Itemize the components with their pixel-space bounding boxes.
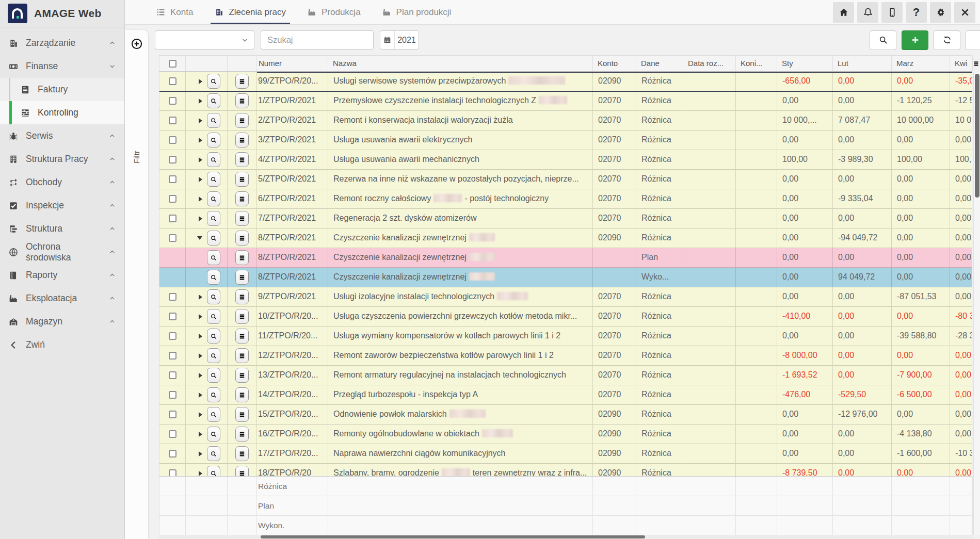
row-detail-button[interactable] [207,446,220,461]
row-checkbox[interactable] [169,391,176,399]
row-checkbox[interactable] [169,77,176,85]
sidebar-item-inspekcje[interactable]: Inspekcje [0,194,124,217]
row-detail-button[interactable] [207,270,220,285]
more-button[interactable] [966,30,980,50]
column-picker-button[interactable] [972,55,980,72]
row-checkbox[interactable] [169,156,176,164]
horizontal-scrollbar-thumb[interactable] [261,535,645,538]
add-button[interactable] [902,30,928,50]
row-expander-expand[interactable] [199,451,202,456]
row-menu-button[interactable] [235,466,249,476]
table-row[interactable]: 12/ZTPO/R/20...Remont zaworów bezpieczeń… [159,346,972,366]
table-row[interactable]: 17/ZTPO/R/20...Naprawa nawierzchni ciągó… [159,444,972,464]
row-expander-expand[interactable] [199,157,202,162]
sidebar-item-obchody[interactable]: Obchody [0,171,124,194]
row-detail-button[interactable] [207,407,220,422]
filter-panel-toggle[interactable]: Filtr [132,145,141,169]
table-row[interactable]: 10/ZTPO/R/20...Usługa czyszczenia powier… [159,307,972,326]
row-menu-button[interactable] [235,329,249,344]
row-menu-button[interactable] [235,387,249,402]
row-detail-button[interactable] [207,133,220,148]
row-expander-expand[interactable] [199,118,202,123]
row-menu-button[interactable] [235,211,249,226]
sidebar-item-zarządzanie[interactable]: Zarządzanie [0,31,124,55]
row-menu-button[interactable] [235,289,249,304]
row-detail-button[interactable] [207,427,220,442]
row-detail-button[interactable] [207,329,220,344]
column-header-data_roz[interactable]: Data roz... [683,56,736,71]
settings-button[interactable] [930,2,951,23]
table-row[interactable]: 4/ZTPO/R/2021Usługa usuwania awarii mech… [159,150,972,170]
row-expander-expand[interactable] [199,353,202,358]
row-checkbox[interactable] [169,411,176,418]
filter-add-button[interactable] [130,37,143,51]
home-button[interactable] [833,2,854,23]
row-checkbox[interactable] [169,313,176,320]
row-detail-button[interactable] [207,387,220,402]
row-detail-button[interactable] [207,348,220,363]
table-row[interactable]: 99/ZTPO/R/20...Usługi serwisowe systemów… [159,72,972,91]
column-header-nazwa[interactable]: Nazwa [328,56,593,71]
sidebar-item-zwiń[interactable]: Zwiń [0,333,124,356]
row-detail-button[interactable] [207,466,220,476]
row-checkbox[interactable] [169,430,176,438]
notifications-button[interactable] [857,2,878,23]
column-header-koni[interactable]: Koni... [736,56,777,71]
row-checkbox[interactable] [169,332,176,340]
row-detail-button[interactable] [207,172,220,187]
row-detail-button[interactable] [207,113,220,128]
row-checkbox[interactable] [169,195,176,203]
row-detail-button[interactable] [207,289,220,304]
row-menu-button[interactable] [235,74,249,89]
table-row[interactable]: 9/ZTPO/R/2021Usługi izolacyjne instalacj… [159,287,972,307]
row-checkbox[interactable] [169,97,176,105]
row-detail-button[interactable] [207,191,220,206]
horizontal-scrollbar[interactable] [159,535,973,539]
row-checkbox[interactable] [169,215,176,222]
row-expander-expand[interactable] [199,432,202,437]
row-menu-button[interactable] [235,368,249,383]
help-button[interactable]: ? [906,2,927,23]
row-checkbox[interactable] [169,136,176,144]
row-expander-expand[interactable] [199,314,202,319]
column-header-konto[interactable]: Konto [593,56,636,71]
calendar-button[interactable] [380,31,395,49]
row-detail-button[interactable] [207,309,220,324]
row-checkbox[interactable] [169,371,176,379]
column-header-numer[interactable]: Numer [257,56,328,71]
row-expander-expand[interactable] [199,197,202,202]
row-menu-button[interactable] [235,231,249,246]
sidebar-item-serwis[interactable]: Serwis [0,124,124,148]
row-expander-expand[interactable] [199,177,202,182]
row-expander-expand[interactable] [199,138,202,143]
sidebar-item-magazyn[interactable]: Magazyn [0,310,124,333]
row-checkbox[interactable] [169,293,176,301]
row-expander-expand[interactable] [199,412,202,417]
row-detail-button[interactable] [207,93,220,108]
table-row[interactable]: 15/ZTPO/R/20...Odnowienie powłok malarsk… [159,405,972,424]
table-row[interactable]: 1/ZTPO/R/2021Przemysłowe czyszczenie ins… [159,91,972,111]
column-header-sty[interactable]: Sty [777,56,833,71]
row-detail-button[interactable] [207,231,220,246]
row-menu-button[interactable] [235,446,249,461]
mobile-button[interactable] [881,2,903,23]
table-row[interactable]: 8/ZTPO/R/2021Czyszczenie kanalizacji zew… [159,248,972,268]
row-menu-button[interactable] [235,133,249,148]
refresh-button[interactable] [934,30,960,50]
close-button[interactable] [954,2,975,23]
row-menu-button[interactable] [235,152,249,167]
table-row[interactable]: 6/ZTPO/R/2021Remont roczny całościowy- p… [159,189,972,209]
row-detail-button[interactable] [207,211,220,226]
row-menu-button[interactable] [235,113,249,128]
row-expander-expand[interactable] [199,79,202,84]
tab-konta[interactable]: Konta [152,0,197,24]
table-row[interactable]: 14/ZTPO/R/20...Przegląd turbozespołu - i… [159,385,972,405]
row-checkbox[interactable] [169,352,176,360]
row-menu-button[interactable] [235,348,249,363]
row-expander-expand[interactable] [199,334,202,339]
row-detail-button[interactable] [207,74,220,89]
row-detail-button[interactable] [207,250,220,265]
search-button[interactable] [870,30,896,50]
row-menu-button[interactable] [235,172,249,187]
row-checkbox[interactable] [169,175,176,183]
